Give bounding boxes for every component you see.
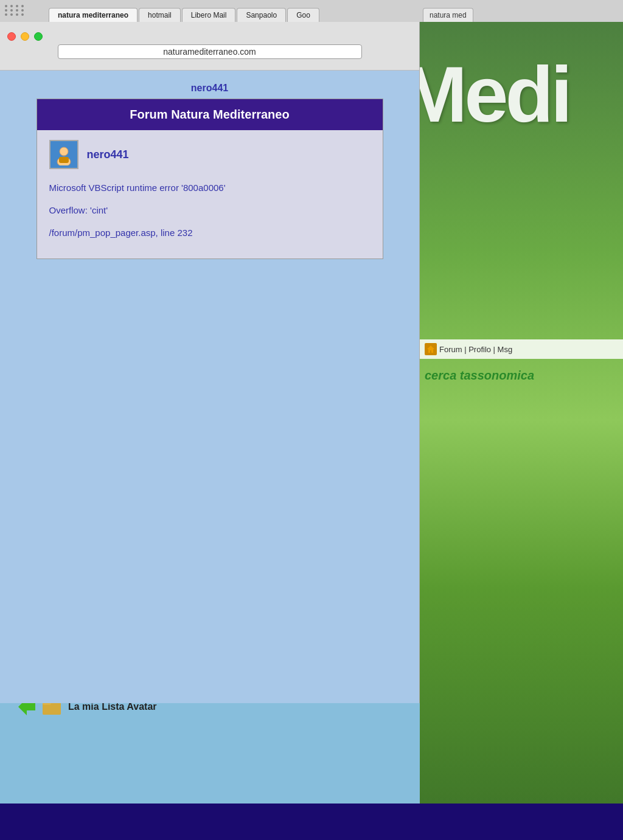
tab-google[interactable]: Goo bbox=[287, 8, 319, 22]
forum-error-box: Forum Natura Mediterraneo nero441 bbox=[37, 99, 383, 259]
svg-rect-9 bbox=[43, 703, 61, 715]
page-username: nero441 bbox=[191, 83, 228, 94]
right-tab-natura[interactable]: natura med bbox=[423, 8, 473, 22]
user-avatar bbox=[49, 140, 78, 169]
window-controls bbox=[0, 29, 419, 44]
username-in-box: nero441 bbox=[87, 148, 129, 161]
home-icon[interactable] bbox=[425, 343, 437, 355]
svg-marker-1 bbox=[427, 345, 434, 353]
tab-hotmail[interactable]: hotmail bbox=[139, 8, 181, 22]
svg-rect-5 bbox=[59, 157, 69, 163]
browser-window: naturamediterraneo.com nero441 Forum Nat… bbox=[0, 22, 420, 703]
page-bottom-bar bbox=[0, 804, 420, 840]
close-button[interactable] bbox=[7, 32, 16, 41]
right-forum-links: Forum | Profilo | Msg bbox=[439, 345, 512, 354]
svg-point-3 bbox=[60, 147, 68, 156]
error-line-2: Overflow: 'cint' bbox=[49, 204, 371, 217]
forum-body: nero441 Microsoft VBScript runtime error… bbox=[37, 130, 383, 259]
cerca-tassonomica-text: cerca tassonomica bbox=[420, 365, 623, 386]
tab-sanpaolo[interactable]: Sanpaolo bbox=[237, 8, 286, 22]
right-top-bar: natura med bbox=[420, 0, 623, 22]
maximize-button[interactable] bbox=[34, 32, 43, 41]
user-row: nero441 bbox=[49, 140, 371, 169]
medi-heading: Medi bbox=[420, 49, 569, 140]
tab-natura-mediterraneo[interactable]: natura mediterraneo bbox=[49, 8, 137, 22]
page-content: nero441 Forum Natura Mediterraneo bbox=[0, 71, 419, 703]
minimize-button[interactable] bbox=[21, 32, 29, 41]
error-line-1: Microsoft VBScript runtime error '800a00… bbox=[49, 181, 371, 194]
right-bottom-bar bbox=[420, 804, 623, 840]
tab-libero-mail[interactable]: Libero Mail bbox=[182, 8, 236, 22]
right-panel: Medi Forum | Profilo | Msg cerca tassono… bbox=[420, 0, 623, 840]
right-forum-bar: Forum | Profilo | Msg bbox=[420, 339, 623, 359]
browser-chrome: naturamediterraneo.com bbox=[0, 22, 419, 71]
forum-title: Forum Natura Mediterraneo bbox=[49, 108, 371, 122]
error-line-3: /forum/pm_pop_pager.asp, line 232 bbox=[49, 226, 371, 239]
address-bar[interactable]: naturamediterraneo.com bbox=[58, 44, 362, 59]
dots-grid bbox=[5, 5, 25, 16]
forum-header: Forum Natura Mediterraneo bbox=[37, 99, 383, 130]
